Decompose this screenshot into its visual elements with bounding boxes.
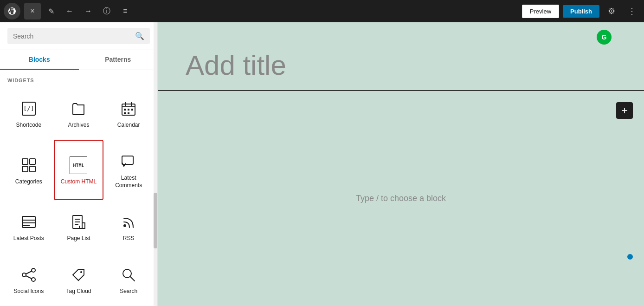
undo-button[interactable]: ←: [61, 3, 78, 20]
block-custom-html[interactable]: HTML Custom HTML: [54, 140, 104, 200]
blue-dot-indicator: [627, 254, 633, 260]
latest-posts-label: Latest Posts: [13, 235, 44, 242]
scrollbar-track[interactable]: [154, 22, 157, 306]
tag-cloud-label: Tag Cloud: [66, 288, 91, 295]
block-shortcode[interactable]: [/] Shortcode: [4, 87, 54, 140]
svg-point-26: [22, 273, 26, 277]
search-input[interactable]: [13, 33, 135, 40]
svg-point-24: [123, 224, 126, 227]
search-block-label: Search: [120, 288, 137, 295]
shortcode-label: Shortcode: [16, 122, 41, 129]
latest-comments-label: Latest Comments: [108, 175, 149, 189]
block-search[interactable]: Search: [103, 253, 154, 306]
custom-html-label: Custom HTML: [61, 178, 97, 186]
blocks-grid: [/] Shortcode Archives: [0, 87, 157, 306]
svg-point-30: [80, 271, 82, 273]
custom-html-icon: HTML: [69, 156, 88, 175]
info-button[interactable]: ⓘ: [98, 3, 115, 20]
social-icons-icon: [19, 266, 38, 284]
block-calendar[interactable]: Calendar: [103, 87, 154, 140]
svg-line-29: [26, 276, 32, 279]
svg-rect-6: [124, 109, 126, 111]
tab-blocks[interactable]: Blocks: [0, 50, 79, 70]
categories-icon: [19, 156, 38, 175]
search-bar: 🔍: [0, 22, 157, 50]
content-area: G Add title Type / to choose a block +: [158, 22, 644, 306]
svg-rect-14: [30, 166, 35, 172]
editor-title[interactable]: Add title: [158, 22, 644, 90]
close-button[interactable]: ×: [24, 3, 41, 20]
widgets-section-label: WIDGETS: [0, 70, 157, 87]
tag-cloud-icon: [69, 266, 88, 284]
svg-rect-15: [122, 156, 133, 164]
edit-button[interactable]: ✎: [43, 3, 59, 20]
svg-rect-11: [22, 159, 28, 164]
search-input-wrap: 🔍: [7, 28, 150, 44]
block-latest-posts[interactable]: Latest Posts: [4, 200, 54, 253]
tabs: Blocks Patterns: [0, 50, 157, 70]
toolbar: × ✎ ← → ⓘ ≡ Preview Publish ⚙ ⋮: [0, 0, 644, 22]
block-social-icons[interactable]: Social Icons: [4, 253, 54, 306]
shortcode-icon: [/]: [19, 99, 38, 118]
categories-label: Categories: [15, 178, 42, 186]
menu-button[interactable]: ≡: [117, 3, 134, 20]
calendar-label: Calendar: [117, 122, 140, 129]
search-block-icon: [119, 266, 138, 284]
svg-rect-9: [124, 112, 126, 114]
scrollbar-thumb[interactable]: [154, 193, 157, 248]
svg-point-25: [32, 268, 35, 272]
sidebar: 🔍 Blocks Patterns WIDGETS [/]: [0, 22, 158, 306]
svg-rect-12: [30, 159, 35, 164]
tab-patterns[interactable]: Patterns: [79, 50, 158, 70]
block-page-list[interactable]: Page List: [54, 200, 104, 253]
rss-label: RSS: [123, 235, 135, 242]
grammarly-icon: G: [597, 30, 612, 45]
social-icons-label: Social Icons: [13, 288, 44, 295]
page-list-icon: [69, 213, 88, 231]
publish-button[interactable]: Publish: [563, 5, 599, 18]
rss-icon: [119, 213, 138, 231]
svg-line-28: [26, 271, 32, 274]
more-options-button[interactable]: ⋮: [624, 3, 640, 20]
svg-rect-13: [22, 166, 28, 172]
editor-body[interactable]: Type / to choose a block +: [158, 91, 644, 306]
page-list-label: Page List: [67, 235, 90, 242]
archives-label: Archives: [68, 122, 89, 129]
wp-logo[interactable]: [4, 3, 20, 20]
type-hint: Type / to choose a block: [356, 194, 446, 203]
block-categories[interactable]: Categories: [4, 140, 54, 200]
block-tag-cloud[interactable]: Tag Cloud: [54, 253, 104, 306]
block-latest-comments[interactable]: Latest Comments: [103, 140, 154, 200]
block-rss[interactable]: RSS: [103, 200, 154, 253]
add-block-button[interactable]: +: [616, 102, 633, 119]
redo-button[interactable]: →: [80, 3, 97, 20]
latest-posts-icon: [19, 213, 38, 231]
archives-icon: [69, 99, 88, 118]
settings-button[interactable]: ⚙: [603, 3, 620, 20]
preview-button[interactable]: Preview: [522, 5, 559, 18]
svg-rect-7: [128, 109, 129, 111]
calendar-icon: [119, 99, 138, 118]
toolbar-right: Preview Publish ⚙ ⋮: [522, 3, 640, 20]
svg-rect-10: [128, 112, 129, 114]
svg-text:[/]: [/]: [23, 105, 34, 112]
svg-line-32: [130, 277, 135, 281]
block-archives[interactable]: Archives: [54, 87, 104, 140]
main-area: 🔍 Blocks Patterns WIDGETS [/]: [0, 22, 644, 306]
svg-rect-8: [131, 109, 133, 111]
latest-comments-icon: [119, 152, 138, 171]
svg-point-27: [32, 278, 35, 281]
search-icon-button[interactable]: 🔍: [135, 32, 144, 40]
